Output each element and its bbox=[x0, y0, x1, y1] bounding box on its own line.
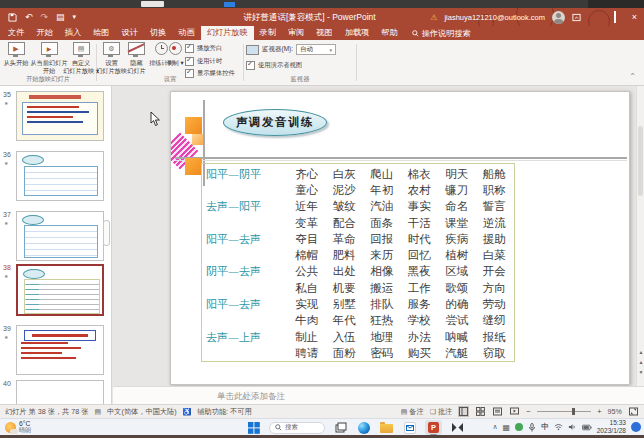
hidden-icons-chevron[interactable]: ∧ bbox=[492, 423, 497, 431]
close-button[interactable]: × bbox=[628, 8, 641, 26]
tab-insert[interactable]: 插入 bbox=[59, 26, 87, 40]
customize-qat-icon[interactable]: ▾ bbox=[73, 11, 77, 23]
tab-home[interactable]: 开始 bbox=[30, 26, 58, 40]
reading-view-button[interactable] bbox=[492, 406, 503, 417]
collapse-ribbon-icon[interactable]: ⌃ bbox=[629, 72, 636, 81]
notes-pane[interactable]: 单击此处添加备注 bbox=[113, 386, 644, 404]
record-button[interactable]: 录制 ▾ bbox=[165, 42, 185, 67]
system-tray: ∧ ▦ 中 15:33 2023/1/28 bbox=[492, 419, 641, 435]
thumbnail-scrollbar[interactable] bbox=[103, 220, 110, 246]
microphone-icon[interactable] bbox=[528, 423, 536, 432]
media-player-icon[interactable] bbox=[450, 420, 465, 435]
zoom-slider-thumb[interactable] bbox=[572, 408, 575, 415]
volume-icon[interactable] bbox=[568, 423, 577, 431]
slide-sorter-view-button[interactable] bbox=[475, 406, 486, 417]
tab-help[interactable]: 帮助 bbox=[375, 26, 403, 40]
tab-addins[interactable]: 加载项 bbox=[339, 26, 376, 40]
word-cell: 报纸 bbox=[476, 330, 514, 345]
save-icon[interactable] bbox=[8, 13, 17, 22]
word-cell: 区域 bbox=[438, 264, 476, 279]
zoom-slider[interactable] bbox=[537, 411, 591, 412]
taskbar-search[interactable]: 搜索 bbox=[269, 422, 325, 434]
table-row: 去声—阳平 近年 皱纹 汽油 事实 命名 誓言 bbox=[202, 199, 514, 215]
minimize-button[interactable] bbox=[588, 8, 601, 26]
start-slideshow-icon[interactable]: ▤ bbox=[56, 11, 65, 23]
slide-title-oval[interactable]: 声调发音训练 bbox=[223, 109, 327, 136]
tab-design[interactable]: 设计 bbox=[116, 26, 144, 40]
word-cell: 实现 bbox=[288, 297, 326, 312]
background-tab bbox=[141, 1, 164, 7]
word-cell: 出处 bbox=[326, 264, 364, 279]
presenter-view-checkbox[interactable]: 使用演示者视图 bbox=[246, 61, 302, 70]
notification-badge[interactable] bbox=[631, 422, 641, 432]
warning-icon[interactable]: ⚠ bbox=[430, 13, 437, 22]
word-cell: 方向 bbox=[476, 281, 514, 296]
tone-label: 阳平—去声 bbox=[202, 297, 288, 312]
custom-slideshow-button[interactable]: ▤ 自定义 幻灯片放映 ▾ bbox=[66, 42, 96, 75]
animation-star-icon: ★ bbox=[4, 220, 8, 226]
undo-icon[interactable]: ↶ bbox=[25, 11, 33, 23]
avatar[interactable] bbox=[552, 11, 565, 24]
mail-icon[interactable] bbox=[402, 420, 417, 435]
account-email[interactable]: jiashuya121210@outlook.com bbox=[444, 13, 545, 22]
slide-number: 35 bbox=[3, 91, 11, 98]
word-cell: 公共 bbox=[288, 264, 326, 279]
scroll-up-icon[interactable]: ▲ bbox=[637, 348, 644, 356]
tray-green-app-icon[interactable] bbox=[515, 423, 523, 431]
language-indicator[interactable]: 中文(简体，中国大陆) bbox=[107, 407, 176, 417]
tray-app-icon[interactable]: ▦ bbox=[503, 423, 511, 432]
battery-icon[interactable] bbox=[582, 424, 592, 431]
hide-slide-button[interactable]: 隐藏 幻灯片 bbox=[125, 42, 148, 75]
word-cell: 命名 bbox=[438, 199, 476, 214]
previous-slide-icon[interactable]: ▲ bbox=[637, 358, 644, 366]
redo-icon[interactable]: ↷ bbox=[41, 11, 49, 23]
zoom-out-button[interactable]: − bbox=[526, 407, 531, 416]
word-table[interactable]: 阳平—阴平 齐心 白灰 爬山 棉衣 明天 船舱 童心 泥沙 年初 农村 镰刀 职… bbox=[201, 163, 515, 362]
tab-transitions[interactable]: 切换 bbox=[144, 26, 172, 40]
ribbon-display-options-icon[interactable] bbox=[572, 13, 581, 22]
fit-to-window-button[interactable] bbox=[628, 406, 639, 417]
tell-me-search[interactable]: 操作说明搜索 bbox=[412, 26, 471, 40]
start-button[interactable] bbox=[246, 420, 261, 435]
tab-view[interactable]: 视图 bbox=[310, 26, 338, 40]
zoom-in-button[interactable]: + bbox=[597, 407, 602, 416]
taskbar-clock[interactable]: 15:33 2023/1/28 bbox=[597, 419, 626, 434]
word-cell: 劳动 bbox=[476, 297, 514, 312]
spellcheck-icon[interactable]: ▤ bbox=[94, 408, 101, 416]
zoom-percentage[interactable]: 95% bbox=[608, 407, 622, 416]
tab-slideshow[interactable]: 幻灯片放映 bbox=[201, 26, 254, 40]
tab-draw[interactable]: 绘图 bbox=[87, 26, 115, 40]
monitor-dropdown[interactable]: 自动 ▾ bbox=[296, 44, 336, 55]
from-beginning-button[interactable]: ▶ 从头开始 bbox=[2, 42, 30, 67]
comments-toggle[interactable]: ❏ 批注 bbox=[430, 407, 453, 417]
scrollbar-thumb[interactable] bbox=[638, 126, 643, 196]
restore-button[interactable] bbox=[608, 8, 621, 26]
decor-horizontal-line bbox=[175, 157, 627, 159]
slide-scrollbar[interactable]: ▲ ▲ ▼ bbox=[636, 86, 644, 386]
tab-animations[interactable]: 动画 bbox=[172, 26, 200, 40]
table-row: 阴平—去声 公共 出处 相像 黑夜 区域 开会 bbox=[202, 264, 514, 280]
accessibility-status[interactable]: 辅助功能: 不可用 bbox=[197, 407, 251, 417]
file-explorer-icon[interactable] bbox=[379, 420, 394, 435]
slideshow-view-button[interactable] bbox=[509, 406, 520, 417]
play-narration-checkbox[interactable]: 播放旁白 bbox=[185, 44, 235, 53]
word-cell: 购买 bbox=[401, 346, 439, 361]
wifi-icon[interactable] bbox=[554, 423, 563, 431]
word-cell: 爬山 bbox=[363, 167, 401, 182]
slide-canvas[interactable]: 声调发音训练 阳平—阴平 齐心 白灰 爬山 棉衣 明天 船舱 童心 泥沙 年 bbox=[170, 91, 630, 385]
tab-record[interactable]: 录制 bbox=[254, 26, 282, 40]
notes-toggle[interactable]: ▤ 备注 bbox=[401, 407, 424, 417]
weather-widget[interactable]: 6°C 晴朗 bbox=[5, 420, 31, 434]
tab-file[interactable]: 文件 bbox=[2, 26, 30, 40]
task-view-icon[interactable] bbox=[333, 420, 348, 435]
ime-indicator[interactable]: 中 bbox=[541, 422, 549, 432]
next-slide-icon[interactable]: ▼ bbox=[637, 368, 644, 376]
powerpoint-taskbar-icon-active[interactable]: P bbox=[425, 420, 442, 435]
edge-browser-icon[interactable] bbox=[356, 420, 371, 435]
table-row: 去声—上声 制止 入伍 地理 办法 呐喊 报纸 bbox=[202, 329, 514, 345]
setup-slideshow-button[interactable]: ⚙ 设置 幻灯片放映 bbox=[98, 42, 125, 75]
tab-review[interactable]: 审阅 bbox=[282, 26, 310, 40]
animation-star-icon: ★ bbox=[4, 160, 8, 166]
normal-view-button[interactable] bbox=[458, 406, 469, 417]
use-timings-checkbox[interactable]: 使用计时 bbox=[185, 57, 235, 66]
